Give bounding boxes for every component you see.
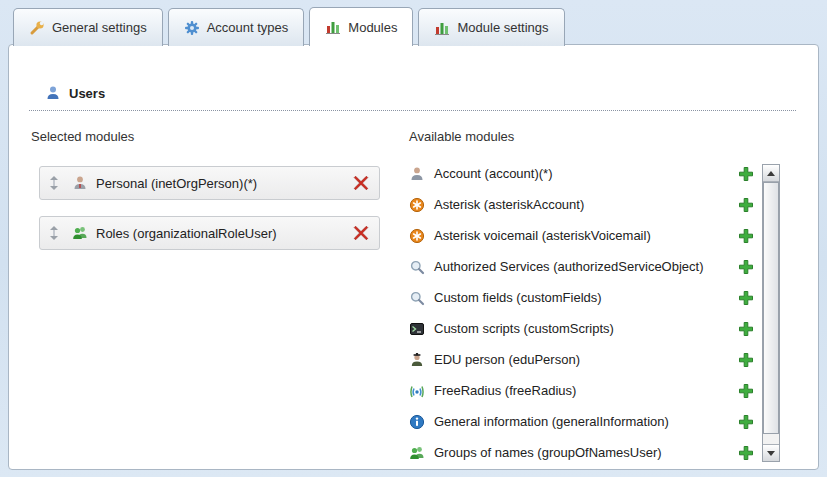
available-module-row: General information (generalInformation) [409,406,754,437]
available-module-row: Account (account)(*) [409,158,754,189]
add-module-button[interactable] [738,166,754,182]
section-title: Users [69,86,105,101]
available-module-label: Groups of names (groupOfNamesUser) [434,445,662,460]
tab-label: Modules [348,20,397,35]
group-icon [409,445,425,461]
add-module-button[interactable] [738,197,754,213]
add-icon [738,166,754,182]
available-module-row: Asterisk voicemail (asteriskVoicemail) [409,220,754,251]
available-modules-heading: Available modules [409,129,754,144]
add-icon [738,259,754,275]
delete-icon [353,175,369,191]
available-module-row: Asterisk (asteriskAccount) [409,189,754,220]
available-module-label: General information (generalInformation) [434,414,669,429]
available-module-row: Custom scripts (customScripts) [409,313,754,344]
drag-handle-icon[interactable] [46,175,62,191]
tab-label: General settings [52,20,147,35]
personal-icon [72,175,88,191]
scroll-down-icon [767,451,775,456]
magnifier-icon [409,259,425,275]
antenna-icon [409,383,425,399]
account-icon [409,166,425,182]
modules-icon [325,19,341,35]
scroll-down-button[interactable] [763,444,779,461]
tab-label: Account types [207,20,289,35]
add-icon [738,352,754,368]
available-module-label: Asterisk (asteriskAccount) [434,197,584,212]
edu-person-icon [409,352,425,368]
gear-icon [184,20,200,36]
delete-icon [353,225,369,241]
module-settings-icon [434,20,450,36]
add-module-button[interactable] [738,383,754,399]
scroll-up-icon [767,171,775,176]
remove-module-button[interactable] [353,225,369,241]
add-icon [738,445,754,461]
available-module-label: Asterisk voicemail (asteriskVoicemail) [434,228,651,243]
tab-account-types[interactable]: Account types [168,8,305,46]
drag-handle-icon[interactable] [46,225,62,241]
tab-label: Module settings [457,20,548,35]
asterisk-icon [409,197,425,213]
script-icon [409,321,425,337]
available-module-row: Authorized Services (authorizedServiceOb… [409,251,754,282]
tab-bar: General settingsAccount typesModulesModu… [13,7,565,46]
available-module-row: FreeRadius (freeRadius) [409,375,754,406]
add-icon [738,290,754,306]
available-module-row: Groups of names (groupOfNamesUser) [409,437,754,468]
selected-module-label: Personal (inetOrgPerson)(*) [96,176,257,191]
available-module-label: FreeRadius (freeRadius) [434,383,576,398]
scrollbar-thumb[interactable] [763,182,779,434]
wrench-icon [29,20,45,36]
add-module-button[interactable] [738,445,754,461]
add-module-button[interactable] [738,352,754,368]
content-panel: Users Selected modules Personal (inetOrg… [8,44,819,470]
remove-module-button[interactable] [353,175,369,191]
available-module-label: Account (account)(*) [434,166,553,181]
tab-modules[interactable]: Modules [309,7,413,46]
roles-icon [72,225,88,241]
section-header: Users [29,85,796,111]
available-module-label: Custom fields (customFields) [434,290,602,305]
scroll-up-button[interactable] [763,165,779,182]
tab-general-settings[interactable]: General settings [13,8,163,46]
asterisk-icon [409,228,425,244]
info-icon [409,414,425,430]
user-icon [45,85,61,101]
add-module-button[interactable] [738,414,754,430]
available-modules-list: Account (account)(*)Asterisk (asteriskAc… [409,158,754,468]
available-module-label: EDU person (eduPerson) [434,352,580,367]
tab-module-settings[interactable]: Module settings [418,8,564,46]
available-module-label: Custom scripts (customScripts) [434,321,614,336]
add-icon [738,383,754,399]
add-module-button[interactable] [738,321,754,337]
add-module-button[interactable] [738,259,754,275]
selected-module-row: Roles (organizationalRoleUser) [39,216,380,250]
add-module-button[interactable] [738,290,754,306]
selected-modules-heading: Selected modules [31,129,383,144]
available-module-row: Custom fields (customFields) [409,282,754,313]
selected-module-label: Roles (organizationalRoleUser) [96,226,277,241]
available-module-row: EDU person (eduPerson) [409,344,754,375]
add-icon [738,321,754,337]
available-modules-column: Available modules Account (account)(*)As… [409,129,754,468]
selected-modules-list: Personal (inetOrgPerson)(*)Roles (organi… [39,166,383,250]
selected-modules-column: Selected modules Personal (inetOrgPerson… [31,129,383,266]
lam-configuration-screen: General settingsAccount typesModulesModu… [0,0,827,477]
available-module-label: Authorized Services (authorizedServiceOb… [434,259,704,274]
magnifier-icon [409,290,425,306]
scrollbar[interactable] [762,164,780,462]
add-icon [738,228,754,244]
add-module-button[interactable] [738,228,754,244]
selected-module-row: Personal (inetOrgPerson)(*) [39,166,380,200]
add-icon [738,414,754,430]
add-icon [738,197,754,213]
